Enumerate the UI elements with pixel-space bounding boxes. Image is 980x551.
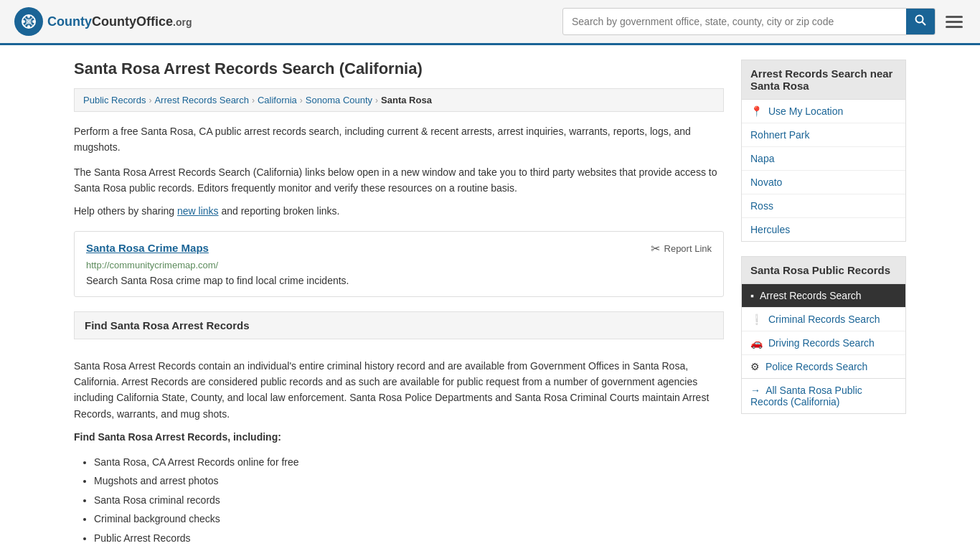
pub-record-criminal[interactable]: ❕ Criminal Records Search: [742, 308, 905, 331]
list-item: Criminal background checks: [94, 509, 724, 529]
police-records-link[interactable]: Police Records Search: [765, 361, 867, 372]
header: CountyCountyOffice.org: [0, 0, 980, 45]
nearby-link[interactable]: Rohnert Park: [750, 129, 809, 141]
criminal-icon: ❕: [750, 314, 763, 325]
svg-line-8: [923, 22, 926, 26]
breadcrumb-california[interactable]: California: [258, 95, 297, 105]
arrest-records-link[interactable]: Arrest Records Search: [760, 290, 862, 301]
find-section-heading: Find Santa Rosa Arrest Records: [74, 311, 724, 339]
pub-record-driving[interactable]: 🚗 Driving Records Search: [742, 331, 905, 355]
breadcrumb: Public Records › Arrest Records Search ›…: [74, 88, 724, 112]
breadcrumb-public-records[interactable]: Public Records: [83, 95, 146, 105]
search-button[interactable]: [906, 9, 935, 34]
pub-record-police[interactable]: ⚙ Police Records Search: [742, 355, 905, 378]
list-item: Public Arrest Records: [94, 529, 724, 548]
breadcrumb-sonoma[interactable]: Sonoma County: [306, 95, 372, 105]
resource-url: http://communitycrimemap.com/: [86, 260, 712, 270]
report-label: Report Link: [664, 243, 712, 254]
breadcrumb-sep-1: ›: [149, 95, 151, 105]
report-link[interactable]: ✂ Report Link: [651, 242, 712, 255]
intro-paragraph-2: The Santa Rosa Arrest Records Search (Ca…: [74, 164, 724, 197]
resource-card-header: Santa Rosa Crime Maps ✂ Report Link: [86, 242, 712, 255]
search-bar: [562, 8, 936, 35]
content-area: Santa Rosa Arrest Records Search (Califo…: [74, 60, 724, 551]
resource-card: Santa Rosa Crime Maps ✂ Report Link http…: [74, 231, 724, 297]
find-section-body: Santa Rosa Arrest Records contain an ind…: [74, 349, 724, 551]
menu-button[interactable]: [943, 13, 966, 31]
new-links-link[interactable]: new links: [177, 205, 219, 217]
find-section-title: Find Santa Rosa Arrest Records: [85, 319, 250, 331]
list-item: Mugshots and arrest photos: [94, 471, 724, 491]
svg-point-6: [22, 20, 25, 23]
nearby-hercules[interactable]: Hercules: [742, 218, 905, 241]
breadcrumb-sep-4: ›: [375, 95, 378, 105]
header-right: [562, 8, 966, 35]
sidebar: Arrest Records Search near Santa Rosa 📍 …: [741, 60, 906, 551]
page-title: Santa Rosa Arrest Records Search (Califo…: [74, 60, 724, 78]
nearby-heading: Arrest Records Search near Santa Rosa: [741, 60, 906, 100]
svg-point-5: [27, 25, 30, 28]
police-icon: ⚙: [750, 361, 760, 372]
criminal-records-link[interactable]: Criminal Records Search: [768, 314, 880, 325]
breadcrumb-arrest-records[interactable]: Arrest Records Search: [154, 95, 249, 105]
public-records-list: ▪ Arrest Records Search ❕ Criminal Recor…: [741, 284, 906, 379]
help-text: Help others by sharing new links and rep…: [74, 205, 724, 217]
location-pin-icon: 📍: [750, 105, 763, 117]
report-icon: ✂: [651, 242, 660, 255]
breadcrumb-sep-3: ›: [300, 95, 303, 105]
intro-paragraph-1: Perform a free Santa Rosa, CA public arr…: [74, 123, 724, 156]
breadcrumb-current: Santa Rosa: [381, 95, 432, 105]
list-item: Santa Rosa criminal records: [94, 491, 724, 510]
pub-record-arrest[interactable]: ▪ Arrest Records Search: [742, 284, 905, 308]
public-records-section: Santa Rosa Public Records ▪ Arrest Recor…: [741, 256, 906, 414]
logo-text: CountyCountyOffice.org: [47, 14, 192, 29]
nearby-ross[interactable]: Ross: [742, 194, 905, 218]
logo-icon: [14, 7, 43, 36]
nearby-link[interactable]: Novato: [750, 176, 782, 188]
svg-point-3: [27, 15, 30, 18]
find-bullet-list: Santa Rosa, CA Arrest Records online for…: [74, 453, 724, 548]
resource-desc: Search Santa Rosa crime map to find loca…: [86, 275, 712, 286]
breadcrumb-sep-2: ›: [252, 95, 255, 105]
help-after: and reporting broken links.: [219, 205, 340, 217]
nearby-section: Arrest Records Search near Santa Rosa 📍 …: [741, 60, 906, 242]
driving-icon: 🚗: [750, 337, 763, 349]
driving-records-link[interactable]: Driving Records Search: [768, 337, 875, 349]
public-records-heading: Santa Rosa Public Records: [741, 256, 906, 284]
arrest-icon: ▪: [750, 290, 754, 301]
nearby-novato[interactable]: Novato: [742, 171, 905, 194]
nearby-list: 📍 Use My Location Rohnert Park Napa Nova…: [741, 100, 906, 242]
svg-point-7: [916, 16, 923, 23]
all-records-link[interactable]: All Santa Rosa Public Records (Californi…: [750, 385, 862, 408]
nearby-napa[interactable]: Napa: [742, 147, 905, 171]
list-item: Santa Rosa, CA Arrest Records online for…: [94, 453, 724, 472]
main-container: Santa Rosa Arrest Records Search (Califo…: [60, 45, 920, 551]
nearby-link[interactable]: Ross: [750, 200, 773, 212]
logo-area: CountyCountyOffice.org: [14, 7, 192, 36]
use-location-link[interactable]: Use My Location: [768, 105, 843, 117]
all-records-container: → All Santa Rosa Public Records (Califor…: [741, 379, 906, 414]
resource-title[interactable]: Santa Rosa Crime Maps: [86, 242, 209, 254]
nearby-rohnert-park[interactable]: Rohnert Park: [742, 123, 905, 147]
find-section-text: Santa Rosa Arrest Records contain an ind…: [74, 358, 724, 423]
nearby-link[interactable]: Napa: [750, 153, 774, 164]
arrow-icon: →: [750, 385, 760, 396]
help-before: Help others by sharing: [74, 205, 177, 217]
use-location-item[interactable]: 📍 Use My Location: [742, 100, 905, 123]
search-input[interactable]: [563, 10, 906, 33]
nearby-link[interactable]: Hercules: [750, 224, 790, 235]
svg-point-4: [32, 20, 35, 23]
find-subsection-title: Find Santa Rosa Arrest Records, includin…: [74, 429, 724, 445]
